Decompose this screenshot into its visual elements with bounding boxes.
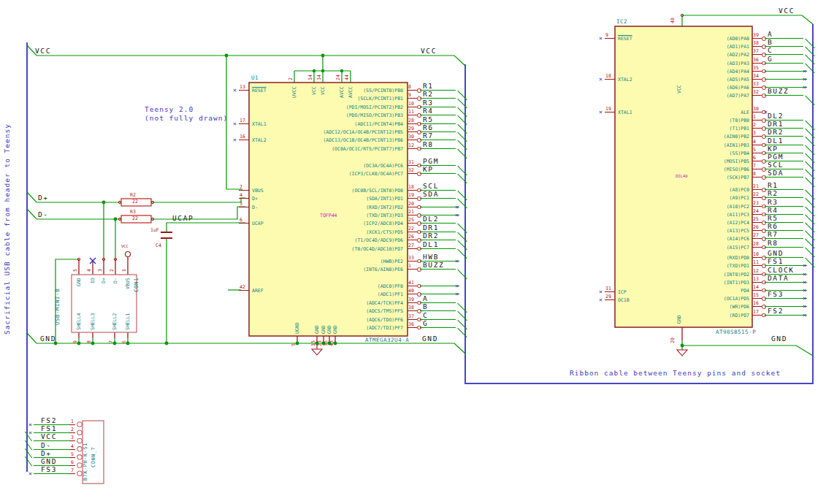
pin-name: GND [326,325,332,334]
pin-name: GND [332,325,338,334]
resistor-ref: R3 [130,209,136,215]
header-part: B7K-PH-K-S1 [83,443,88,481]
pin-name: VCC [676,85,682,93]
power-flag-label: VCC [121,244,129,248]
pin-name: D+ [101,278,107,283]
pin-number: 9 [72,340,78,343]
pin-number: 34 [316,75,322,80]
pin-name: UGND [294,322,300,334]
net-label-dminus: D- [38,210,49,218]
net-label-gnd: GND [771,335,787,343]
pin-number: 20 [670,337,676,343]
pin-name: AVCC [339,86,345,98]
net-label-ucap: UCAP [172,214,194,222]
pin-number: 23 [317,340,323,346]
pin-name: GND [321,325,326,334]
pin-number: 2 [109,269,115,272]
capacitor-ref: C4 [156,243,161,248]
capacitor-value: 1uF [150,227,159,233]
net-label-vcc: VCC [35,47,51,55]
right-ic-ref: IC2 [616,18,627,25]
right-ic-footprint: DIL40 [676,174,688,178]
pin-number: 5 [291,343,297,346]
header-ref: CONN_7 [91,447,96,467]
pin-name: VCC [311,86,317,95]
pin-name: GND [314,325,320,334]
pin-number: 7 [108,340,114,343]
note-teensy-line2: (not fully drawn) [145,114,228,122]
pin-name: SHELL3 [90,313,96,330]
note-ribbon-cable: Ribbon cable between Teensy pins and soc… [570,369,781,377]
resistor-value: 22 [132,199,138,205]
pin-number: 3 [97,269,103,272]
pin-number: 2 [288,77,294,80]
usb-connector-ref: CON1 [134,278,139,292]
pin-number: 15 [310,340,316,346]
pin-number: 14 [307,75,313,80]
vpin-layer: 2UVCC14VCC34VCC24AVCC44AVCC5UGND15GND23G… [0,0,826,504]
pin-name: UVCC [291,86,297,98]
pin-number: 35 [323,340,329,346]
pin-name: VCC [320,86,326,95]
pin-name: AVCC [348,86,353,98]
usb-connector-part: USB-MINI-B [55,289,61,325]
pin-name: SHELL4 [76,313,82,330]
pin-number: 44 [344,75,350,80]
schematic-canvas: (SS/PCINT0)PB08R1(SCLK/PCINT1)PB19R2(PDI… [0,0,826,504]
pin-name: ID [90,278,96,283]
pin-number: 6 [121,340,127,343]
net-label-gnd: GND [40,335,56,343]
resistor-ref: R2 [130,192,136,198]
left-ic-part: ATMEGA32U4-A [365,337,409,343]
pin-number: 43 [329,340,334,346]
left-ic-footprint: TQFP44 [320,213,337,218]
pin-number: 4 [86,269,92,272]
net-label-gnd: GND [422,335,438,343]
pin-name: SHELL1 [125,313,131,330]
pin-number: 5 [72,269,78,272]
resistor-value: 22 [132,215,138,221]
left-ic-ref: U1 [251,75,259,81]
pin-name: SHELL2 [112,313,118,330]
pin-number: 8 [86,340,92,343]
pin-name: D- [112,278,118,283]
net-label-vcc: VCC [421,47,437,55]
pin-name: VBUS [125,278,131,289]
pin-name: GND [676,315,682,324]
net-label-dplus: D+ [38,194,49,202]
note-teensy-line1: Teensy 2.0 [145,105,194,113]
pin-number: 24 [335,75,341,80]
pin-name: GND [76,278,82,286]
right-ic-part: AT90S8515-P [716,329,756,335]
pin-number: 40 [670,18,676,23]
note-sacrificial-usb: Sacrificial USB cable from header to Tee… [4,123,10,335]
net-label-vcc: VCC [779,7,795,15]
pin-number: 1 [121,269,127,272]
